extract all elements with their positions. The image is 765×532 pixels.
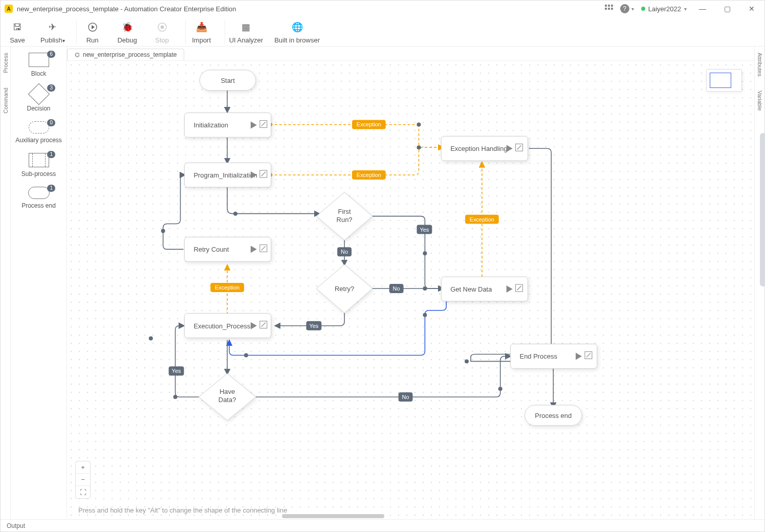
- palette-end-label: Process end: [21, 202, 56, 209]
- debug-label: Debug: [117, 36, 137, 44]
- zoom-in-button[interactable]: +: [76, 461, 90, 474]
- debug-button[interactable]: 🐞 Debug: [116, 20, 139, 44]
- palette-decision-count: 3: [47, 84, 55, 92]
- ui-analyzer-label: UI Analyzer: [229, 36, 263, 44]
- zoom-out-button[interactable]: −: [76, 474, 90, 486]
- svg-point-31: [149, 337, 153, 341]
- maximize-button[interactable]: ▢: [718, 5, 736, 13]
- yes-label-havedata: Yes: [172, 368, 181, 374]
- minimize-button[interactable]: ―: [694, 5, 711, 13]
- exception-label-4: Exception: [470, 216, 494, 223]
- yes-label-firstrun: Yes: [420, 227, 429, 233]
- palette-end[interactable]: 1 Process end: [13, 187, 64, 209]
- body: Process Command 6 Block 3 Decision 0 Aux…: [1, 47, 764, 519]
- svg-rect-1: [608, 5, 610, 7]
- no-label-retry: No: [393, 285, 400, 292]
- svg-rect-9: [161, 26, 164, 29]
- svg-point-34: [465, 359, 469, 363]
- rail-variable-tab[interactable]: Variable: [757, 91, 763, 111]
- palette-decision[interactable]: 3 Decision: [13, 86, 64, 112]
- publish-button[interactable]: ✈ Publish▾: [40, 20, 65, 44]
- node-have-data-l1: Have: [220, 388, 235, 395]
- import-button[interactable]: 📥 Import: [190, 20, 213, 44]
- palette-auxiliary[interactable]: 0 Auxiliary process: [13, 121, 64, 144]
- svg-point-20: [423, 286, 427, 291]
- editor-tab[interactable]: ⌬ new_enterprise_process_template: [67, 49, 184, 60]
- node-get-new-data-label: Get New Data: [450, 285, 492, 293]
- node-start-label: Start: [221, 77, 235, 84]
- vertical-scrollbar[interactable]: [760, 133, 764, 286]
- builtin-browser-button[interactable]: 🌐 Built in browser: [274, 20, 320, 44]
- save-icon: 🖫: [10, 20, 25, 34]
- palette-subprocess-label: Sub-process: [21, 170, 56, 178]
- help-icon[interactable]: ?: [620, 4, 629, 13]
- user-name: Laiyer2022: [648, 5, 681, 13]
- auxiliary-shape-icon: [29, 121, 49, 134]
- stop-label: Stop: [155, 36, 169, 44]
- left-rail: Process Command: [1, 47, 11, 519]
- app-window: A new_enterprise_process_template - Auto…: [0, 0, 765, 532]
- svg-rect-3: [605, 8, 607, 10]
- svg-point-27: [244, 353, 248, 357]
- stop-button: Stop: [150, 20, 174, 44]
- node-retry-count-label: Retry Count: [193, 246, 229, 253]
- yes-label-retry: Yes: [309, 323, 318, 329]
- palette-block[interactable]: 6 Block: [13, 53, 64, 77]
- node-process-end-label: Process end: [535, 412, 572, 419]
- window-title: new_enterprise_process_template - Automa…: [17, 5, 236, 13]
- main-area: ⌬ new_enterprise_process_template: [67, 47, 754, 519]
- help-caret-icon[interactable]: ▾: [631, 6, 634, 12]
- browser-icon: 🌐: [290, 20, 304, 34]
- svg-point-12: [417, 122, 421, 126]
- output-panel-header[interactable]: Output: [1, 519, 764, 531]
- decision-shape-icon: [28, 83, 49, 105]
- svg-rect-5: [611, 8, 613, 10]
- svg-point-16: [233, 212, 237, 216]
- node-program-init-label: Program_Initialization: [193, 171, 257, 179]
- run-button[interactable]: Run: [81, 20, 104, 44]
- app-icon: A: [5, 5, 13, 13]
- ui-analyzer-button[interactable]: ▦ UI Analyzer: [229, 20, 263, 44]
- user-menu[interactable]: Laiyer2022 ▾: [641, 5, 687, 13]
- builtin-browser-label: Built in browser: [274, 36, 320, 44]
- apps-grid-icon[interactable]: [605, 5, 613, 13]
- close-button[interactable]: ✕: [743, 5, 760, 13]
- save-label: Save: [10, 36, 25, 44]
- canvas[interactable]: Exception Exception Yes No: [67, 61, 754, 519]
- titlebar: A new_enterprise_process_template - Auto…: [1, 1, 764, 17]
- rail-attributes-tab[interactable]: Attributes: [757, 53, 763, 76]
- svg-point-30: [173, 395, 178, 399]
- node-exception-handling-label: Exception Handling: [450, 145, 507, 152]
- rail-process-tab[interactable]: Process: [3, 53, 9, 73]
- node-have-data-l2: Data?: [218, 396, 236, 404]
- zoom-fit-button[interactable]: ⛶: [76, 486, 90, 498]
- node-execution-process-label: Execution_Process: [193, 322, 250, 330]
- end-shape-icon: [28, 187, 50, 199]
- palette-auxiliary-label: Auxiliary process: [15, 137, 62, 144]
- exception-label-3: Exception: [215, 284, 239, 291]
- horizontal-scrollbar[interactable]: [282, 514, 384, 518]
- save-button[interactable]: 🖫 Save: [6, 20, 29, 44]
- output-label: Output: [7, 522, 25, 529]
- publish-caret-icon: ▾: [62, 38, 65, 43]
- run-label: Run: [86, 36, 99, 44]
- toolbar: 🖫 Save ✈ Publish▾ Run 🐞 Debug Stop: [1, 17, 764, 47]
- import-label: Import: [192, 36, 211, 44]
- palette: 6 Block 3 Decision 0 Auxiliary process 1…: [11, 47, 67, 519]
- exception-label-2: Exception: [357, 172, 381, 178]
- palette-subprocess[interactable]: 1 Sub-process: [13, 153, 64, 178]
- node-first-run-l2: Run?: [337, 216, 353, 224]
- editor-tabstrip: ⌬ new_enterprise_process_template: [67, 47, 754, 61]
- zoom-controls: + − ⛶: [75, 461, 91, 499]
- block-shape-icon: [29, 53, 49, 67]
- svg-rect-2: [611, 5, 613, 7]
- rail-command-tab[interactable]: Command: [3, 87, 9, 114]
- node-initialization-label: Initialization: [193, 121, 228, 129]
- user-status-dot-icon: [641, 7, 645, 11]
- editor-tab-label: new_enterprise_process_template: [83, 51, 177, 58]
- svg-point-26: [423, 313, 427, 317]
- stop-icon: [155, 20, 169, 34]
- palette-block-count: 6: [47, 51, 55, 58]
- import-icon: 📥: [194, 20, 209, 34]
- svg-point-33: [498, 387, 502, 391]
